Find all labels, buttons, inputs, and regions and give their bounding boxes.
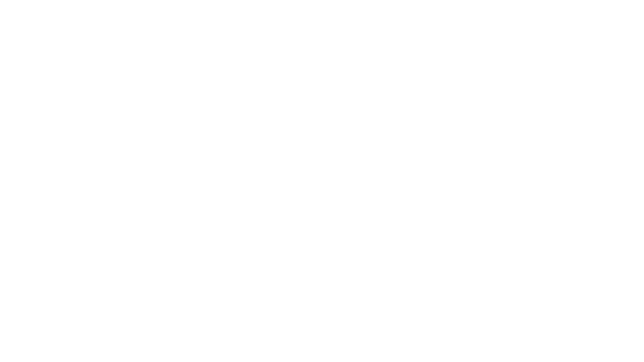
- slide-body: [0, 0, 644, 48]
